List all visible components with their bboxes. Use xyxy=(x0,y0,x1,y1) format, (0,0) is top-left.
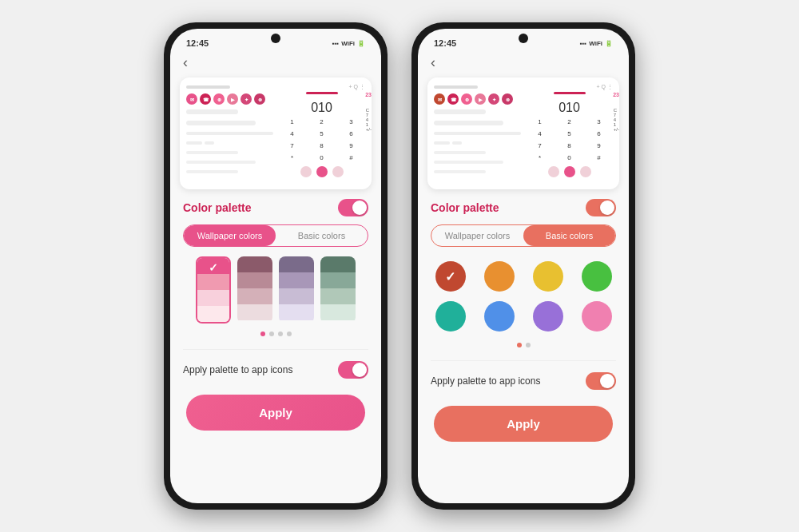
color-palette-section-1: Color palette Wallpaper colors Basic col… xyxy=(170,189,381,349)
color-tabs-2: Wallpaper colors Basic colors xyxy=(431,224,616,247)
app-icon-2-4: ▶ xyxy=(475,93,486,105)
swatch-3[interactable] xyxy=(279,256,314,324)
status-icons-2: ▪▪▪ WiFi 🔋 xyxy=(580,40,613,47)
basic-color-blue[interactable] xyxy=(484,301,515,332)
app-icon-2: ☎ xyxy=(200,93,211,105)
color-palette-toggle-1[interactable] xyxy=(338,199,368,216)
tab-wallpaper-1[interactable]: Wallpaper colors xyxy=(184,225,276,246)
scroll-content-1[interactable]: Color palette Wallpaper colors Basic col… xyxy=(170,189,381,503)
swatch-2[interactable] xyxy=(237,256,272,324)
basic-color-orange[interactable] xyxy=(484,261,515,292)
status-time-1: 12:45 xyxy=(186,38,209,48)
preview-right-2: + Q ⋮ 010 1 2 3 4 5 6 7 8 9 * xyxy=(526,84,613,183)
tab-wallpaper-2[interactable]: Wallpaper colors xyxy=(431,225,523,246)
app-icon-6: ⊗ xyxy=(254,93,265,105)
tab-basic-2[interactable]: Basic colors xyxy=(523,225,615,246)
basic-colors-grid xyxy=(431,256,616,336)
basic-color-pink[interactable] xyxy=(582,301,612,332)
app-icons-row-1: ✉ ☎ ⊕ ▶ ✦ ⊗ xyxy=(186,93,273,105)
apply-icons-toggle-1[interactable] xyxy=(338,361,368,379)
app-icon-2-2: ☎ xyxy=(447,93,459,105)
apply-btn-container-2: Apply xyxy=(418,398,629,458)
apply-icons-row-2: Apply palette to app icons xyxy=(418,364,629,398)
phone-inner-2: 12:45 ▪▪▪ WiFi 🔋 ‹ ✉ ☎ ⊕ xyxy=(418,29,629,503)
dot-2-2 xyxy=(526,343,531,347)
gray-bar-title-1 xyxy=(186,85,230,89)
dot-1-3 xyxy=(278,332,283,336)
camera-2 xyxy=(519,34,528,43)
apply-icons-label-2: Apply palette to app icons xyxy=(431,375,540,387)
basic-color-teal[interactable] xyxy=(435,301,466,332)
color-palette-title-1: Color palette xyxy=(183,201,252,214)
swatch-row-1 xyxy=(183,256,368,324)
dial-grid-1: 1 2 3 4 5 6 7 8 9 * 0 # xyxy=(278,117,365,163)
apply-icons-row-1: Apply palette to app icons xyxy=(170,353,381,387)
dial-number-2: 010 xyxy=(559,101,580,115)
app-icon-2-1: ✉ xyxy=(434,93,445,105)
dot-1-4 xyxy=(287,332,292,336)
dot-2-active xyxy=(517,343,522,347)
color-palette-section-2: Color palette Wallpaper colors Basic col… xyxy=(418,189,629,360)
app-icon-3: ⊕ xyxy=(213,93,225,105)
status-icons-1: ▪▪▪ WiFi 🔋 xyxy=(332,40,365,47)
dial-number-1: 010 xyxy=(311,101,332,115)
apply-icons-label-1: Apply palette to app icons xyxy=(183,364,292,375)
back-button-1[interactable]: ‹ xyxy=(170,51,381,77)
dot-1-2 xyxy=(269,332,274,336)
phone-frame-1: 12:45 ▪▪▪ WiFi 🔋 ‹ ✉ ☎ ⊕ xyxy=(164,22,388,510)
app-icon-4: ▶ xyxy=(227,93,238,105)
preview-left-2: ✉ ☎ ⊕ ▶ ✦ ⊗ xyxy=(434,84,521,183)
preview-left-1: ✉ ☎ ⊕ ▶ ✦ ⊗ xyxy=(186,84,273,183)
dial-grid-2: 1 2 3 4 5 6 7 8 9 * 0 # xyxy=(526,117,613,163)
basic-color-green[interactable] xyxy=(582,261,612,292)
apply-btn-container-1: Apply xyxy=(170,387,381,447)
divider-2 xyxy=(431,360,616,361)
scroll-content-2[interactable]: Color palette Wallpaper colors Basic col… xyxy=(418,189,629,503)
tab-basic-1[interactable]: Basic colors xyxy=(276,225,368,246)
app-icon-2-6: ⊗ xyxy=(502,93,513,105)
phone-frame-2: 12:45 ▪▪▪ WiFi 🔋 ‹ ✉ ☎ ⊕ xyxy=(411,22,635,510)
preview-area-1: ✉ ☎ ⊕ ▶ ✦ ⊗ xyxy=(180,77,372,189)
dots-2 xyxy=(431,343,616,347)
dot-1-active xyxy=(260,332,265,336)
dots-1 xyxy=(183,332,368,336)
swatch-4[interactable] xyxy=(320,256,356,324)
color-tabs-1: Wallpaper colors Basic colors xyxy=(183,224,368,247)
app-icon-5: ✦ xyxy=(240,93,252,105)
page-container: 12:45 ▪▪▪ WiFi 🔋 ‹ ✉ ☎ ⊕ xyxy=(148,6,651,526)
apply-icons-toggle-2[interactable] xyxy=(586,372,616,390)
camera-1 xyxy=(271,34,280,43)
color-palette-toggle-2[interactable] xyxy=(586,199,616,216)
preview-right-1: + Q ⋮ 010 1 2 3 4 5 6 7 8 9 * xyxy=(278,84,365,183)
divider-1 xyxy=(183,349,368,350)
apply-button-2[interactable]: Apply xyxy=(434,406,613,442)
basic-color-yellow[interactable] xyxy=(533,261,563,292)
basic-color-red[interactable] xyxy=(435,261,466,292)
app-icons-row-2: ✉ ☎ ⊕ ▶ ✦ ⊗ xyxy=(434,93,521,105)
section-title-row-2: Color palette xyxy=(431,199,616,216)
app-icon-2-3: ⊕ xyxy=(461,93,472,105)
app-icon-2-5: ✦ xyxy=(488,93,499,105)
preview-area-2: ✉ ☎ ⊕ ▶ ✦ ⊗ xyxy=(427,77,619,189)
phone-inner-1: 12:45 ▪▪▪ WiFi 🔋 ‹ ✉ ☎ ⊕ xyxy=(170,29,381,503)
apply-button-1[interactable]: Apply xyxy=(186,395,365,431)
basic-color-purple[interactable] xyxy=(533,301,563,332)
status-time-2: 12:45 xyxy=(434,38,456,48)
back-button-2[interactable]: ‹ xyxy=(418,51,629,77)
swatch-1[interactable] xyxy=(196,256,231,324)
color-palette-title-2: Color palette xyxy=(431,201,499,214)
section-title-row-1: Color palette xyxy=(183,199,368,216)
app-icon-1: ✉ xyxy=(186,93,197,105)
